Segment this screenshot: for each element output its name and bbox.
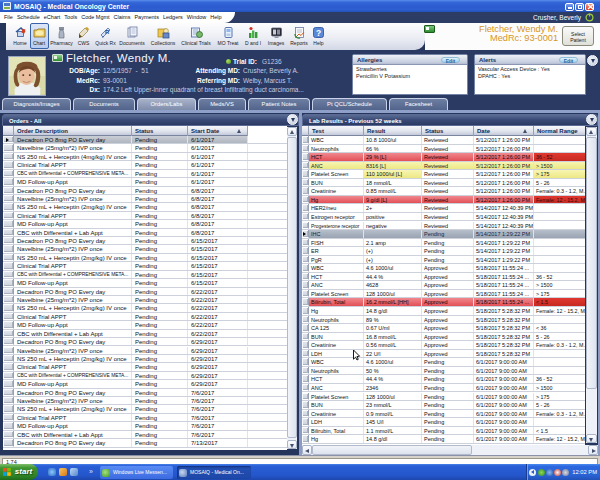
- svg-text:R: R: [105, 29, 110, 35]
- svg-text:?: ?: [316, 28, 321, 38]
